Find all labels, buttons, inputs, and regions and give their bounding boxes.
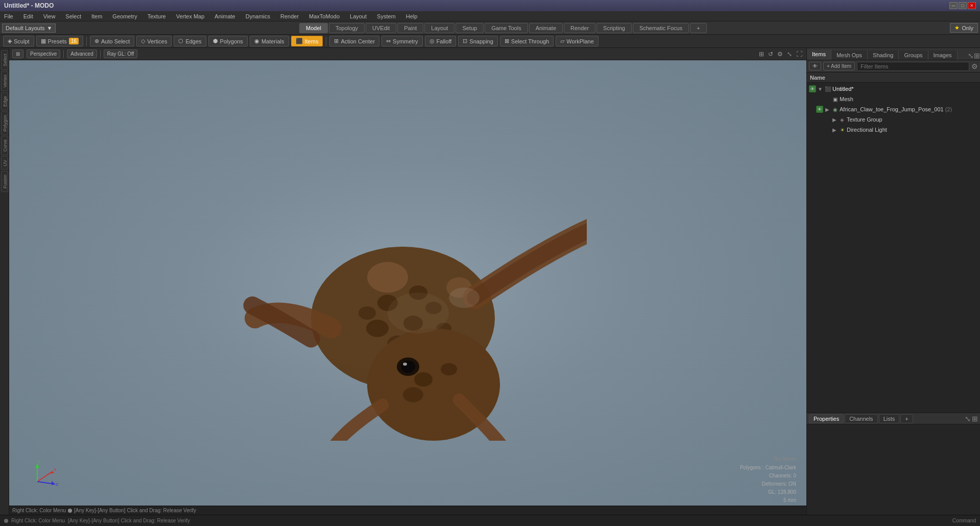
sidebar-tab-uv[interactable]: UV bbox=[1, 156, 8, 170]
menu-view[interactable]: View bbox=[41, 12, 58, 20]
item-expand-btn[interactable]: ▼ bbox=[817, 86, 823, 92]
panel-settings-btn[interactable]: ⚙ bbox=[971, 62, 978, 70]
vertices-button[interactable]: ◇ Vertices bbox=[136, 36, 172, 46]
panel-tab-items[interactable]: Items bbox=[807, 50, 831, 60]
tab-model[interactable]: Model bbox=[299, 23, 328, 33]
frog-display bbox=[9, 60, 806, 515]
viewport-perspective-btn[interactable]: ⊞ bbox=[12, 50, 23, 58]
panel-resize-btn[interactable]: ⤡ bbox=[968, 52, 974, 60]
tab-game-tools[interactable]: Game Tools bbox=[485, 23, 528, 33]
list-item[interactable]: 👁 ▼ ⬛ Untitled* bbox=[807, 84, 980, 94]
axis-indicator: X Y Z bbox=[30, 459, 60, 489]
list-item[interactable]: ▣ Mesh bbox=[814, 94, 980, 104]
tab-uvedit[interactable]: UVEdit bbox=[366, 23, 396, 33]
close-button[interactable]: ✕ bbox=[968, 2, 976, 9]
sidebar-tab-edge[interactable]: Edge bbox=[1, 92, 8, 110]
falloff-button[interactable]: ◎ Falloff bbox=[425, 36, 457, 46]
sculpt-button[interactable]: ◈ Sculpt bbox=[3, 36, 34, 46]
list-item[interactable]: ▶ ◈ Texture Group bbox=[821, 114, 980, 125]
bp-expand-btn[interactable]: ⊞ bbox=[972, 415, 978, 423]
auto-select-button[interactable]: ⊕ Auto Select bbox=[90, 36, 134, 46]
item-eye-toggle[interactable]: 👁 bbox=[816, 106, 823, 113]
layout-dropdown[interactable]: Default Layouts ▼ bbox=[2, 23, 56, 33]
select-through-button[interactable]: ⊠ Select Through bbox=[500, 36, 554, 46]
tab-schematic-focus[interactable]: Schematic Focus bbox=[633, 23, 689, 33]
bp-tab-lists[interactable]: Lists bbox=[879, 414, 900, 423]
menu-animate[interactable]: Animate bbox=[212, 12, 237, 20]
minimize-button[interactable]: ─ bbox=[949, 2, 958, 9]
tab-add[interactable]: + bbox=[690, 23, 706, 33]
edges-button[interactable]: ⬡ Edges bbox=[174, 36, 206, 46]
tab-paint[interactable]: Paint bbox=[397, 23, 423, 33]
item-expand-btn[interactable]: ▶ bbox=[824, 107, 830, 112]
presets-button[interactable]: ▦ Presets 16 bbox=[36, 36, 83, 46]
polygons-info: Polygons : Catmull-Clark bbox=[740, 464, 796, 472]
menu-item[interactable]: Item bbox=[89, 12, 104, 20]
vp-icon-settings[interactable]: ⚙ bbox=[776, 50, 784, 59]
symmetry-button[interactable]: ⇔ Symmetry bbox=[381, 36, 423, 46]
viewport[interactable]: ⊞ Perspective Advanced Ray GL: Off ⊞ ↺ ⚙… bbox=[9, 48, 806, 515]
svg-point-23 bbox=[414, 372, 433, 387]
sidebar-tab-fusion[interactable]: Fusion bbox=[1, 171, 8, 192]
right-click-label: Right Click: Color Menu bbox=[12, 508, 66, 513]
snapping-button[interactable]: ⊡ Snapping bbox=[458, 36, 498, 46]
viewport-view-btn[interactable]: Perspective bbox=[27, 50, 60, 58]
menu-texture[interactable]: Texture bbox=[146, 12, 168, 20]
panel-tab-groups[interactable]: Groups bbox=[899, 51, 928, 60]
list-item[interactable]: 👁 ▶ ◉ African_Claw_toe_Frog_Jump_Pose_00… bbox=[814, 104, 980, 114]
materials-button[interactable]: ◉ Materials bbox=[250, 36, 289, 46]
polygons-button[interactable]: ⬢ Polygons bbox=[208, 36, 248, 46]
bp-tab-channels[interactable]: Channels bbox=[845, 414, 877, 423]
tab-scripting[interactable]: Scripting bbox=[596, 23, 632, 33]
dropdown-arrow-icon: ▼ bbox=[46, 25, 52, 31]
bottom-panel: Properties Channels Lists + ⤡ ⊞ bbox=[807, 413, 980, 515]
sidebar-tab-curve[interactable]: Curve bbox=[1, 136, 8, 155]
sidebar-tab-vertex[interactable]: Vertex bbox=[1, 71, 8, 91]
vp-icon-grid[interactable]: ⊞ bbox=[758, 50, 765, 59]
item-expand-btn[interactable]: ▶ bbox=[831, 117, 838, 123]
menu-dynamics[interactable]: Dynamics bbox=[244, 12, 272, 20]
menu-maxtomodo[interactable]: MaxToModo bbox=[307, 12, 342, 20]
menu-file[interactable]: File bbox=[2, 12, 15, 20]
vp-icon-resize[interactable]: ⤡ bbox=[786, 50, 793, 59]
tab-topology[interactable]: Topology bbox=[329, 23, 365, 33]
tab-layout[interactable]: Layout bbox=[424, 23, 455, 33]
menu-system[interactable]: System bbox=[375, 12, 398, 20]
eye-toggle-btn[interactable]: 👁 bbox=[809, 62, 821, 70]
panel-tab-images[interactable]: Images bbox=[928, 51, 958, 60]
action-center-button[interactable]: ⊞ Action Center bbox=[329, 36, 379, 46]
bp-tab-add[interactable]: + bbox=[900, 414, 913, 423]
maximize-button[interactable]: □ bbox=[959, 2, 967, 9]
sidebar-tab-polygon[interactable]: Polygon bbox=[1, 111, 8, 135]
menu-vertex-map[interactable]: Vertex Map bbox=[174, 12, 207, 20]
menu-help[interactable]: Help bbox=[404, 12, 420, 20]
tab-animate[interactable]: Animate bbox=[529, 23, 563, 33]
viewport-advanced-btn[interactable]: Advanced bbox=[67, 50, 97, 58]
menu-geometry[interactable]: Geometry bbox=[110, 12, 139, 20]
menu-render[interactable]: Render bbox=[278, 12, 301, 20]
list-item[interactable]: ▶ ☀ Directional Light bbox=[821, 125, 980, 135]
vertices-icon: ◇ bbox=[141, 38, 145, 44]
panel-expand-btn[interactable]: ⊞ bbox=[974, 52, 980, 60]
bp-resize-btn[interactable]: ⤡ bbox=[965, 415, 971, 423]
item-expand-btn[interactable]: ▶ bbox=[831, 127, 838, 133]
sidebar-tab-select[interactable]: Select bbox=[1, 50, 8, 70]
items-button[interactable]: ⬛ Items bbox=[291, 36, 323, 46]
bp-tab-properties[interactable]: Properties bbox=[809, 414, 844, 423]
only-button[interactable]: ★ Only bbox=[950, 23, 978, 33]
panel-tab-mesh-ops[interactable]: Mesh Ops bbox=[831, 51, 868, 60]
add-item-btn[interactable]: + Add Item bbox=[823, 62, 855, 70]
tab-render[interactable]: Render bbox=[564, 23, 595, 33]
vp-icon-maximize[interactable]: ⛶ bbox=[795, 50, 803, 59]
menu-edit[interactable]: Edit bbox=[21, 12, 35, 20]
menu-select[interactable]: Select bbox=[63, 12, 83, 20]
tab-setup[interactable]: Setup bbox=[456, 23, 484, 33]
workplane-icon: ▱ bbox=[560, 38, 564, 44]
item-eye-toggle[interactable]: 👁 bbox=[809, 85, 816, 92]
viewport-ray-gl-btn[interactable]: Ray GL: Off bbox=[104, 50, 138, 58]
vp-icon-camera[interactable]: ↺ bbox=[767, 50, 774, 59]
workplane-button[interactable]: ▱ WorkPlane bbox=[556, 36, 599, 46]
panel-tab-shading[interactable]: Shading bbox=[868, 51, 899, 60]
filter-items-input[interactable] bbox=[857, 62, 969, 71]
menu-layout[interactable]: Layout bbox=[348, 12, 369, 20]
